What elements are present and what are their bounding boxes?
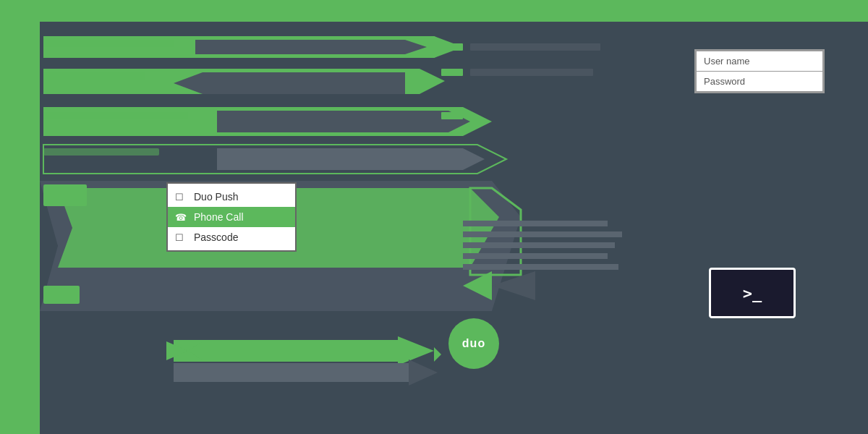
svg-marker-13 xyxy=(174,340,427,362)
svg-rect-36 xyxy=(43,184,87,206)
svg-marker-8 xyxy=(217,111,470,132)
svg-marker-3 xyxy=(434,36,463,58)
svg-marker-6 xyxy=(174,72,405,94)
svg-rect-33 xyxy=(441,69,463,76)
svg-rect-34 xyxy=(470,69,593,76)
duo-push-icon: ☐ xyxy=(175,192,190,203)
svg-rect-1 xyxy=(0,0,40,434)
svg-marker-38 xyxy=(434,347,441,362)
svg-rect-29 xyxy=(43,112,188,119)
passcode-option[interactable]: ☐ Passcode xyxy=(168,227,295,247)
svg-marker-14 xyxy=(398,336,434,365)
svg-rect-20 xyxy=(463,221,608,226)
username-field[interactable]: User name xyxy=(696,51,823,71)
duo-logo: duo xyxy=(448,318,499,369)
svg-rect-0 xyxy=(0,0,868,22)
svg-marker-9 xyxy=(43,145,506,174)
phone-call-icon: ☎ xyxy=(175,212,190,223)
svg-rect-35 xyxy=(441,112,463,119)
phone-call-option[interactable]: ☎ Phone Call xyxy=(168,207,295,227)
svg-marker-7 xyxy=(43,107,492,136)
svg-rect-32 xyxy=(470,43,600,51)
duo-push-option[interactable]: ☐ Duo Push xyxy=(168,187,295,207)
svg-rect-30 xyxy=(43,148,159,156)
svg-marker-26 xyxy=(492,271,535,300)
svg-marker-18 xyxy=(188,341,203,360)
svg-rect-28 xyxy=(43,72,145,80)
login-box: User name Password xyxy=(694,49,825,93)
svg-marker-2 xyxy=(43,36,456,58)
svg-rect-22 xyxy=(463,242,615,248)
svg-marker-15 xyxy=(174,363,427,382)
password-field[interactable]: Password xyxy=(696,71,823,92)
svg-marker-16 xyxy=(409,359,438,386)
duo-logo-text: duo xyxy=(462,337,485,350)
passcode-label: Passcode xyxy=(194,231,238,243)
auth-method-dropdown[interactable]: ☐ Duo Push ☎ Phone Call ☐ Passcode xyxy=(166,182,297,252)
svg-rect-21 xyxy=(463,231,622,237)
svg-marker-25 xyxy=(463,271,492,300)
svg-marker-5 xyxy=(43,69,445,94)
svg-marker-17 xyxy=(166,341,188,360)
svg-rect-37 xyxy=(43,286,80,304)
svg-rect-24 xyxy=(463,264,618,270)
terminal-window: >_ xyxy=(709,268,796,318)
svg-rect-27 xyxy=(43,40,174,47)
svg-rect-31 xyxy=(441,43,463,51)
svg-marker-19 xyxy=(470,188,521,275)
svg-marker-10 xyxy=(217,148,485,170)
svg-marker-4 xyxy=(195,40,427,54)
svg-rect-23 xyxy=(463,253,608,259)
phone-call-label: Phone Call xyxy=(194,211,244,223)
duo-push-label: Duo Push xyxy=(194,191,238,203)
terminal-prompt: >_ xyxy=(743,284,762,302)
passcode-icon: ☐ xyxy=(175,232,190,243)
